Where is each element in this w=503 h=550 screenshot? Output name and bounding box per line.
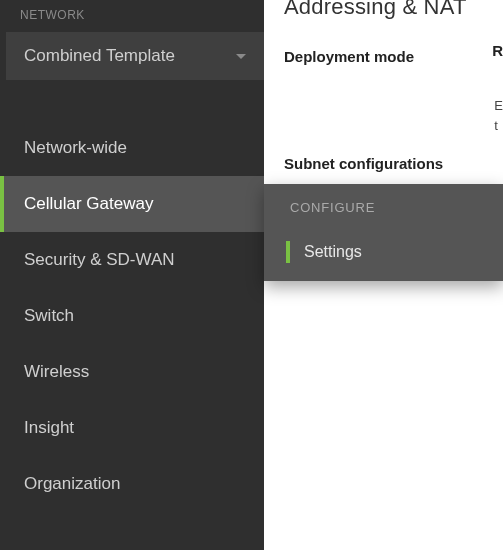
- subnet-configurations-label: Subnet configurations: [284, 155, 503, 172]
- cropped-text-line: t: [494, 118, 498, 133]
- sidebar-item-insight[interactable]: Insight: [0, 400, 264, 456]
- sidebar-item-label: Organization: [24, 474, 120, 493]
- cropped-text: R: [492, 42, 503, 59]
- cropped-text: E t: [494, 96, 503, 135]
- deployment-mode-label: Deployment mode: [284, 48, 503, 65]
- cropped-text-line: E: [494, 98, 503, 113]
- sidebar-item-label: Network-wide: [24, 138, 127, 157]
- submenu-item-settings[interactable]: Settings: [264, 227, 503, 281]
- sidebar-item-cellular-gateway[interactable]: Cellular Gateway: [0, 176, 264, 232]
- sidebar-nav: Network-wide Cellular Gateway Security &…: [0, 80, 264, 512]
- submenu-item-label: Settings: [304, 243, 362, 261]
- template-selector-text: Combined Template: [24, 46, 175, 66]
- submenu-header: CONFIGURE: [264, 184, 503, 227]
- sidebar: NETWORK Combined Template Network-wide C…: [0, 0, 264, 550]
- sidebar-item-switch[interactable]: Switch: [0, 288, 264, 344]
- sidebar-item-label: Wireless: [24, 362, 89, 381]
- sidebar-item-label: Cellular Gateway: [24, 194, 153, 213]
- sidebar-item-label: Security & SD-WAN: [24, 250, 175, 269]
- sidebar-item-wireless[interactable]: Wireless: [0, 344, 264, 400]
- submenu-flyout: CONFIGURE Settings: [264, 184, 503, 281]
- page-title: Addressing & NAT: [284, 0, 503, 20]
- template-selector[interactable]: Combined Template: [6, 32, 264, 80]
- sidebar-item-network-wide[interactable]: Network-wide: [0, 120, 264, 176]
- active-indicator: [286, 241, 290, 263]
- sidebar-item-label: Insight: [24, 418, 74, 437]
- sidebar-item-security-sdwan[interactable]: Security & SD-WAN: [0, 232, 264, 288]
- sidebar-section-label: NETWORK: [0, 0, 264, 32]
- sidebar-item-organization[interactable]: Organization: [0, 456, 264, 512]
- chevron-down-icon: [236, 54, 246, 59]
- sidebar-item-label: Switch: [24, 306, 74, 325]
